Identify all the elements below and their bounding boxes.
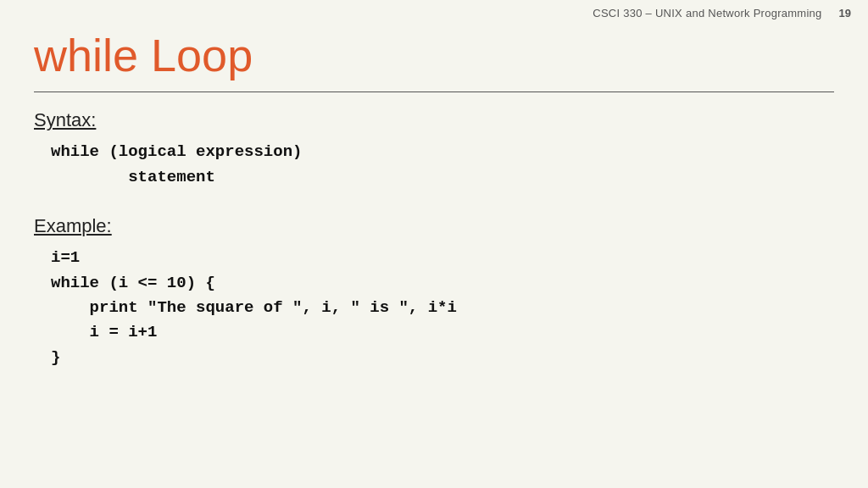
- syntax-label: Syntax:: [34, 109, 834, 131]
- example-line-2: while (i <= 10) {: [51, 271, 834, 296]
- syntax-line-2: statement: [51, 165, 834, 190]
- example-label: Example:: [34, 215, 834, 237]
- syntax-section: Syntax: while (logical expression) state…: [34, 109, 834, 190]
- syntax-code: while (logical expression) statement: [51, 140, 834, 190]
- slide-content: while Loop Syntax: while (logical expres…: [34, 25, 834, 471]
- example-line-1: i=1: [51, 246, 834, 270]
- example-code: i=1 while (i <= 10) { print "The square …: [51, 246, 834, 370]
- header: CSCI 330 – UNIX and Network Programming …: [0, 0, 868, 26]
- example-line-4: i = i+1: [51, 320, 834, 345]
- course-title: CSCI 330 – UNIX and Network Programming: [593, 7, 821, 19]
- slide-title: while Loop: [34, 25, 834, 85]
- title-divider: [34, 92, 834, 92]
- example-line-5: }: [51, 346, 834, 370]
- page-number: 19: [839, 7, 851, 19]
- example-section: Example: i=1 while (i <= 10) { print "Th…: [34, 215, 834, 370]
- example-line-3: print "The square of ", i, " is ", i*i: [51, 296, 834, 320]
- syntax-line-1: while (logical expression): [51, 140, 834, 164]
